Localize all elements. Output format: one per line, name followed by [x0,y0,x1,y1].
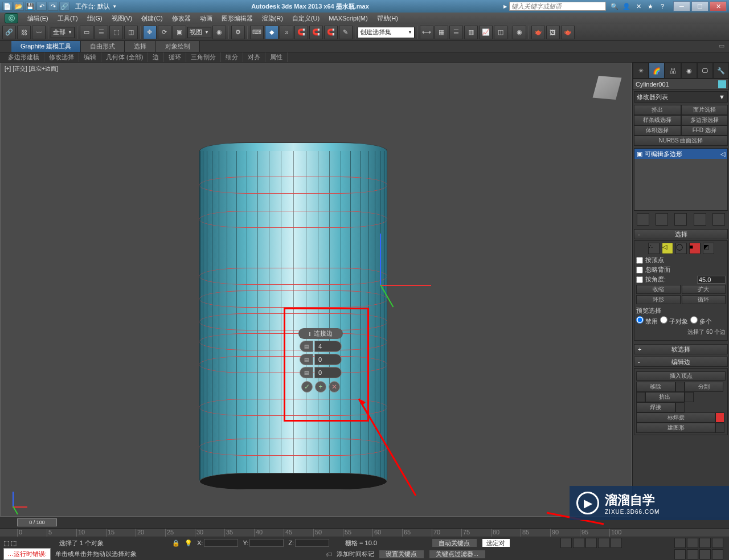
qat-undo-icon[interactable]: ↶ [36,2,47,11]
pivot-center-icon[interactable]: ◉ [212,26,226,39]
menu-views[interactable]: 视图(V) [107,13,137,24]
qat-project-icon[interactable]: 🔗 [59,2,69,11]
menu-tools[interactable]: 工具(T) [53,13,83,24]
keyboard-shortcut-icon[interactable]: ⌨ [250,26,264,39]
mod-btn-vol-select[interactable]: 体积选择 [634,125,681,136]
menu-edit[interactable]: 编辑(E) [23,13,53,24]
cp-tab-motion-icon[interactable]: ◉ [681,63,697,79]
btn-bridge[interactable]: 建图形 [636,423,715,433]
nav-zoom-all-icon[interactable] [687,538,698,548]
check-ignore-backfacing[interactable]: 忽略背面 [636,265,726,274]
track-bar[interactable]: 0510152025303540455055606570758085909510… [0,529,729,538]
curve-editor-icon[interactable]: 📈 [479,26,493,39]
coord-x-field[interactable]: X: [197,539,238,547]
set-key-button[interactable]: 设置关键点 [379,550,424,559]
modifier-stack[interactable]: ▣可编辑多边形◁ [634,148,728,211]
btn-loop[interactable]: 循环 [682,295,726,304]
time-slider-thumb[interactable]: 0 / 100 [17,518,57,526]
nav-pan-icon[interactable] [674,549,686,559]
caddy-ok-button[interactable]: ✓ [301,381,313,393]
align-icon[interactable]: ▦ [435,26,448,39]
select-link-icon[interactable]: 🔗 [2,26,16,39]
mirror-icon[interactable]: ⟷ [420,26,433,39]
mod-btn-patch-select[interactable]: 面片选择 [681,105,728,115]
rollout-edit-edge-header[interactable]: 编辑边 [634,357,728,367]
select-scale-icon[interactable]: ▣ [173,26,186,39]
selected-dropdown[interactable]: 选定对 [482,538,510,547]
modifier-list-dropdown[interactable]: 修改器列表▼ [634,91,728,103]
schematic-view-icon[interactable]: ◫ [494,26,507,39]
time-end-icon[interactable] [611,538,622,548]
stack-show-result-icon[interactable] [656,213,668,226]
check-by-vertex[interactable]: 按顶点 [636,256,726,264]
window-crossing-icon[interactable]: ◫ [124,26,138,39]
bind-spacewarp-icon[interactable]: 〰 [32,26,46,39]
menu-rendering[interactable]: 渲染(R) [257,13,288,24]
menu-help[interactable]: 帮助(H) [372,13,403,24]
object-name-field[interactable]: Cylinder001 [633,79,729,90]
nav-maximize-icon[interactable] [699,549,711,559]
material-editor-icon[interactable]: ◉ [513,26,526,39]
snap-toggle-icon[interactable]: ◆ [265,26,279,39]
time-prev-icon[interactable] [573,538,584,548]
infocenter-search-icon[interactable]: 🔍 [609,2,620,11]
rollout-selection-header[interactable]: 选择 [634,229,728,239]
ribbon-panel-loops[interactable]: 循环 [164,52,186,62]
stack-item-editpoly[interactable]: ▣可编辑多边形◁ [634,149,727,159]
cp-tab-create-icon[interactable]: ✳ [633,63,649,79]
rollout-soft-header[interactable]: 软选择 [634,344,728,354]
check-by-angle[interactable]: 按角度: [636,275,666,284]
select-by-name-icon[interactable]: ☰ [95,26,108,39]
subobj-element-icon[interactable]: ◩ [703,243,714,254]
window-maximize-button[interactable]: ☐ [691,1,708,11]
caddy-slide-input[interactable]: 0 [314,367,342,378]
render-production-icon[interactable]: 🫖 [561,26,575,39]
caddy-header[interactable]: 连接边 [298,328,343,339]
ribbon-panel-modsel[interactable]: 修改选择 [44,52,79,62]
percent-snap-icon[interactable]: 🧲 [294,26,308,39]
btn-remove[interactable]: 移除 [636,382,675,392]
ribbon-panel-tri[interactable]: 三角剖分 [186,52,221,62]
viewport-area[interactable]: [+] [正交] [真实+边面] 连接 [0,63,632,517]
coord-y-field[interactable]: Y: [243,539,284,547]
cp-tab-modify-icon[interactable]: 🌈 [649,63,665,79]
stack-pin-icon[interactable] [637,213,649,226]
angle-snap-icon[interactable]: 3 [280,26,293,39]
stack-unique-icon[interactable] [674,213,687,226]
ribbon-minimize-icon[interactable]: ▭ [714,41,729,52]
subobj-border-icon[interactable]: ◯ [675,243,687,254]
ribbon-panel-edges[interactable]: 边 [148,52,164,62]
layer-manager-icon[interactable]: ☰ [449,26,463,39]
selection-filter-dropdown[interactable]: 全部▼ [51,27,75,38]
isolate-icon[interactable]: 💡 [185,539,193,547]
caddy-slide-icon[interactable]: ▤ [300,367,313,378]
select-object-icon[interactable]: ▭ [80,26,93,39]
select-rotate-icon[interactable]: ⟳ [158,26,171,39]
gizmo-x-axis[interactable] [380,285,431,286]
angle-spinner[interactable]: 45.0 [697,276,726,284]
btn-insert-vertex[interactable]: 插入顶点 [636,371,726,381]
caddy-apply-button[interactable]: + [315,381,326,393]
menu-group[interactable]: 组(G) [83,13,107,24]
workspace-selector[interactable]: 工作台: 默认 ▼ [75,2,117,11]
cp-tab-hierarchy-icon[interactable]: 品 [665,63,681,79]
spinner-snap2-icon[interactable]: 🧲 [324,26,338,39]
btn-bridge-settings[interactable] [715,423,724,433]
menu-modifiers[interactable]: 修改器 [167,13,195,24]
key-filters-button[interactable]: 关键点过滤器... [429,550,486,559]
render-setup-icon[interactable]: 🫖 [531,26,545,39]
subobj-vertex-icon[interactable]: ∴ [648,243,660,254]
qat-save-icon[interactable]: 💾 [25,2,35,11]
btn-weld-settings[interactable] [675,402,685,412]
infocenter-help-icon[interactable]: ? [657,2,667,11]
ribbon-panel-props[interactable]: 属性 [265,52,288,62]
caddy-cancel-button[interactable]: ✕ [329,381,340,393]
caddy-pinch-icon[interactable]: ▤ [300,354,313,365]
btn-extrude-settings[interactable] [685,392,694,402]
radio-disable[interactable]: 禁用 [636,316,658,326]
maxscript-error[interactable]: …运行时错误: [3,548,51,560]
qat-redo-icon[interactable]: ↷ [48,2,58,11]
menu-customize[interactable]: 自定义(U) [288,13,324,24]
btn-weld[interactable]: 焊接 [636,402,675,412]
btn-split[interactable]: 分割 [685,382,724,392]
